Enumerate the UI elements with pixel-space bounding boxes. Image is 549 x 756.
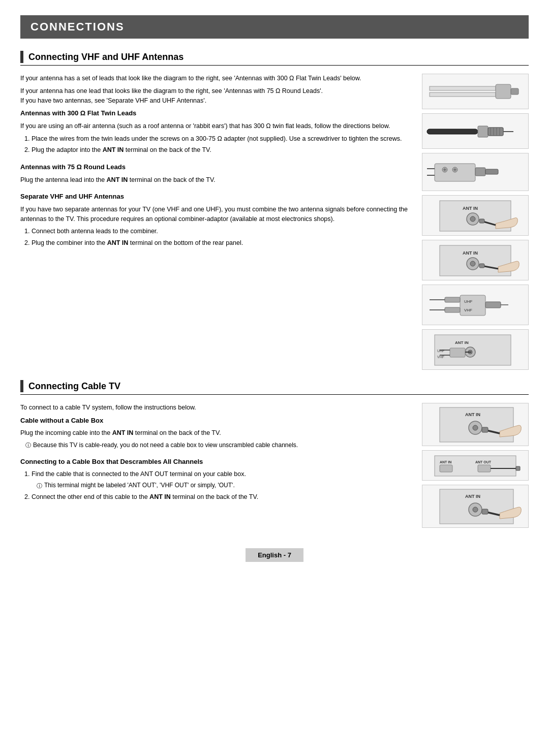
- svg-text:VHF: VHF: [437, 355, 444, 359]
- cable-content: To connect to a cable TV system, follow …: [20, 403, 529, 528]
- svg-rect-4: [427, 129, 478, 134]
- note-text2: This terminal might be labeled 'ANT OUT'…: [44, 481, 235, 490]
- svg-rect-0: [430, 86, 496, 90]
- sub2-body: Plug the antenna lead into the ANT IN te…: [20, 175, 412, 185]
- svg-text:VHF: VHF: [464, 308, 472, 312]
- cable-intro: To connect to a cable TV system, follow …: [20, 403, 412, 413]
- svg-rect-64: [478, 465, 491, 472]
- sub1-steps: Place the wires from the twin leads unde…: [20, 134, 412, 155]
- cable-diagrams-col: ANT IN ANT IN ANT OUT: [422, 403, 529, 528]
- svg-point-26: [470, 216, 475, 222]
- svg-rect-66: [516, 466, 520, 470]
- svg-text:ANT IN: ANT IN: [465, 412, 480, 417]
- sub-cable-no-box: Cable without a Cable Box Plug the incom…: [20, 416, 412, 450]
- round-cable-svg: [424, 114, 526, 148]
- cable-box-steps: Find the cable that is connected to the …: [20, 469, 412, 501]
- svg-point-70: [473, 507, 478, 512]
- cable-box-note: ⓘ This terminal might be labeled 'ANT OU…: [32, 481, 412, 490]
- sub3-steps: Connect both antenna leads to the combin…: [20, 227, 412, 248]
- svg-rect-59: [482, 427, 488, 432]
- svg-rect-50: [450, 348, 465, 357]
- svg-text:ANT IN: ANT IN: [463, 250, 478, 256]
- sub3-step2: Plug the combiner into the ANT IN termin…: [32, 238, 412, 248]
- note-icon2: ⓘ: [37, 482, 42, 490]
- cable-no-box-step: Plug the incoming cable into the ANT IN …: [20, 428, 412, 438]
- vhf-content: If your antenna has a set of leads that …: [20, 74, 529, 370]
- sub2-round-leads: Antennas with 75 Ω Round Leads Plug the …: [20, 162, 412, 184]
- svg-rect-19: [475, 168, 485, 176]
- svg-rect-28: [479, 219, 484, 223]
- cable-box-step2: Connect the other end of this cable to t…: [32, 492, 412, 502]
- sub1-body: If you are using an off-air antenna (suc…: [20, 121, 412, 131]
- svg-text:ANT IN: ANT IN: [463, 206, 478, 211]
- sub3-title: Separate VHF and UHF Antennas: [20, 192, 412, 202]
- svg-point-32: [470, 261, 475, 266]
- page-footer: English - 7: [20, 543, 529, 562]
- sub1-title: Antennas with 300 Ω Flat Twin Leads: [20, 108, 412, 118]
- svg-text:ANT IN: ANT IN: [455, 340, 469, 345]
- footer-badge: English - 7: [246, 548, 303, 562]
- svg-rect-35: [460, 295, 485, 316]
- cable-section-bar: [20, 380, 23, 392]
- sub3-step1: Connect both antenna leads to the combin…: [32, 227, 412, 236]
- svg-text:ANT IN: ANT IN: [440, 460, 451, 464]
- diag-cable-box: ANT IN ANT OUT: [422, 450, 529, 481]
- diag-ant-in-terminal: ANT IN: [422, 195, 529, 236]
- vhf-intro1: If your antenna has a set of leads that …: [20, 74, 412, 83]
- cable-no-box-note: ⓘ Because this TV is cable-ready, you do…: [20, 441, 412, 450]
- ant-in-svg: ANT IN: [424, 196, 526, 235]
- diag-cable-hand: ANT IN: [422, 403, 529, 446]
- cable-box-step1: Find the cable that is connected to the …: [32, 469, 412, 490]
- cable-section-header: Connecting Cable TV: [20, 380, 529, 395]
- vhf-diagrams-col: ANT IN ANT IN: [422, 74, 529, 370]
- cable-no-box-title: Cable without a Cable Box: [20, 416, 412, 426]
- cable-heading: Connecting Cable TV: [28, 381, 120, 392]
- vhf-intro2: If your antenna has one lead that looks …: [20, 86, 412, 106]
- vhf-text-col: If your antenna has a set of leads that …: [20, 74, 412, 370]
- diag-cable-hand2: ANT IN: [422, 485, 529, 528]
- vhf-heading: Connecting VHF and UHF Antennas: [28, 52, 184, 62]
- note-text: Because this TV is cable-ready, you do n…: [33, 441, 298, 450]
- diag-combiner: UHF VHF: [422, 285, 529, 325]
- section-bar: [20, 51, 23, 63]
- diag-round-cable: [422, 113, 529, 149]
- svg-rect-40: [485, 302, 501, 308]
- svg-rect-1: [430, 92, 496, 97]
- diag-adapter: [422, 153, 529, 191]
- note-icon: ⓘ: [25, 442, 31, 449]
- svg-rect-34: [479, 264, 484, 268]
- cable-text-col: To connect to a cable TV system, follow …: [20, 403, 412, 528]
- svg-rect-39: [445, 307, 460, 312]
- cable-section-divider: Connecting Cable TV: [20, 380, 529, 395]
- svg-rect-2: [496, 84, 511, 99]
- diag-flat-cable: [422, 74, 529, 109]
- combiner2-svg: ANT IN UHF VHF: [424, 330, 526, 369]
- diag-hand-plug-75ohm: ANT IN: [422, 240, 529, 280]
- sub1-flat-leads: Antennas with 300 Ω Flat Twin Leads If y…: [20, 108, 412, 155]
- svg-text:UHF: UHF: [464, 299, 473, 304]
- combiner-svg: UHF VHF: [424, 285, 526, 325]
- svg-rect-3: [511, 88, 518, 94]
- page-title: CONNECTIONS: [30, 20, 518, 34]
- svg-rect-72: [482, 509, 488, 514]
- sub3-body: If you have two separate antennas for yo…: [20, 205, 412, 224]
- svg-rect-38: [445, 297, 460, 302]
- vhf-section-header: Connecting VHF and UHF Antennas: [20, 51, 529, 66]
- flat-cable-svg: [424, 74, 526, 109]
- svg-rect-20: [485, 169, 498, 174]
- page-header: CONNECTIONS: [20, 15, 529, 39]
- sub2-title: Antennas with 75 Ω Round Leads: [20, 162, 412, 172]
- cable-box-svg: ANT IN ANT OUT: [424, 451, 526, 480]
- svg-text:UHF: UHF: [437, 349, 444, 353]
- cable-hand-svg: ANT IN: [424, 403, 526, 446]
- svg-text:ANT OUT: ANT OUT: [475, 460, 492, 464]
- sub1-step2: Plug the adaptor into the ANT IN termina…: [32, 145, 412, 155]
- diag-combiner2: ANT IN UHF VHF: [422, 329, 529, 370]
- sub3-separate-antennas: Separate VHF and UHF Antennas If you hav…: [20, 192, 412, 248]
- svg-rect-5: [478, 126, 488, 137]
- svg-point-57: [473, 425, 478, 430]
- svg-text:ANT IN: ANT IN: [465, 494, 480, 499]
- svg-rect-63: [440, 465, 452, 472]
- sub-cable-box: Connecting to a Cable Box that Descrambl…: [20, 457, 412, 502]
- sub1-step1: Place the wires from the twin leads unde…: [32, 134, 412, 144]
